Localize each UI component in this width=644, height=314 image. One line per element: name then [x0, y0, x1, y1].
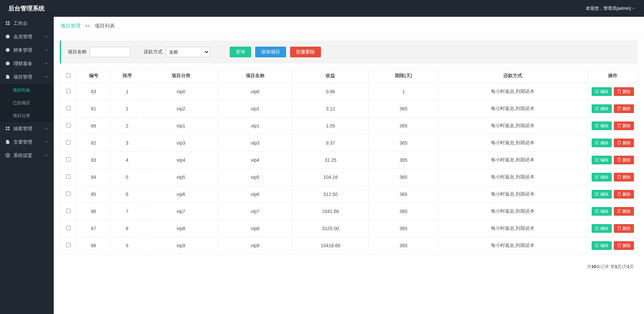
- cell-profit: 104.16: [292, 169, 369, 186]
- edit-button[interactable]: 编辑: [592, 121, 612, 130]
- delete-button[interactable]: 删除: [614, 207, 634, 216]
- edit-button[interactable]: 编辑: [592, 173, 612, 181]
- row-checkbox[interactable]: [66, 209, 71, 213]
- edit-button[interactable]: 编辑: [592, 139, 612, 147]
- breadcrumb: 项目管理 >> 项目列表: [54, 17, 644, 36]
- trash-icon: [617, 89, 621, 94]
- edit-button[interactable]: 编辑: [592, 156, 612, 164]
- trash-icon: [617, 123, 621, 128]
- cell-category: vip7: [144, 203, 218, 220]
- row-checkbox[interactable]: [66, 226, 71, 230]
- cell-name: vip4: [218, 152, 292, 169]
- table-header-cell: 项目名称: [218, 69, 292, 83]
- cell-sort: 6: [110, 186, 144, 203]
- cell-sort: 9: [110, 237, 144, 254]
- edit-button[interactable]: 编辑: [592, 241, 612, 250]
- filter-repay-select[interactable]: 全部: [166, 47, 210, 57]
- breadcrumb-module[interactable]: 项目管理: [60, 23, 81, 29]
- cell-repay: 每小时返息,到期还本: [438, 203, 587, 220]
- cell-repay: 每小时返息,到期还本: [438, 135, 587, 152]
- batch-delete-button[interactable]: 批量删除: [290, 47, 321, 57]
- dashboard-icon: [5, 21, 10, 27]
- delete-button[interactable]: 删除: [614, 173, 634, 181]
- add-project-button[interactable]: 添加项目: [255, 47, 286, 57]
- table-body: 631vip0vip00.961每小时返息,到期还本编辑删除811vip2vip…: [60, 83, 638, 254]
- cell-profit: 1.05: [292, 117, 369, 135]
- row-checkbox[interactable]: [66, 192, 71, 196]
- edit-button[interactable]: 编辑: [592, 87, 612, 96]
- trash-icon: [617, 192, 621, 197]
- svg-point-4: [6, 35, 10, 39]
- filter-name-input[interactable]: [90, 47, 130, 57]
- row-checkbox[interactable]: [66, 89, 71, 93]
- row-checkbox-cell: [60, 169, 77, 186]
- sidebar-item[interactable]: 工作台: [0, 17, 54, 30]
- edit-icon: [595, 141, 599, 146]
- sidebar-item[interactable]: 文章管理: [0, 136, 54, 149]
- delete-button[interactable]: 删除: [614, 241, 634, 250]
- row-checkbox-cell: [60, 203, 77, 220]
- edit-button[interactable]: 编辑: [592, 207, 612, 216]
- sidebar-subitem[interactable]: 已投项目: [0, 97, 54, 109]
- edit-icon: [595, 192, 599, 197]
- delete-button[interactable]: 删除: [614, 190, 634, 199]
- row-checkbox[interactable]: [66, 157, 71, 162]
- edit-button[interactable]: 编辑: [592, 104, 612, 113]
- sidebar: 工作台会员管理财务管理理财基金项目管理项目列表已投项目项目分类抽奖管理文章管理系…: [0, 17, 54, 314]
- chevron-down-icon: [44, 48, 48, 53]
- chevron-up-icon: [44, 74, 48, 80]
- sidebar-subitem[interactable]: 项目分类: [0, 109, 54, 122]
- search-button[interactable]: 查询: [230, 47, 251, 57]
- delete-button[interactable]: 删除: [614, 156, 634, 164]
- main-content: 项目管理 >> 项目列表 项目名称 还款方式 全部 查询 添加项目 批量删除 编…: [54, 17, 644, 314]
- cell-sort: 5: [110, 169, 144, 186]
- row-checkbox[interactable]: [66, 243, 71, 247]
- cell-id: 88: [77, 237, 110, 254]
- sidebar-item[interactable]: 财务管理: [0, 44, 54, 57]
- sidebar-item[interactable]: 项目管理: [0, 70, 54, 84]
- sidebar-item[interactable]: 理财基金: [0, 57, 54, 70]
- svg-point-5: [6, 48, 10, 52]
- table-wrap: 编号排序项目分类项目名称收益期限(天)还款方式操作 631vip0vip00.9…: [54, 68, 644, 260]
- row-checkbox[interactable]: [66, 140, 71, 145]
- cell-category: vip2: [144, 100, 218, 117]
- delete-button[interactable]: 删除: [614, 121, 634, 130]
- table-header-cell: 期限(天): [369, 69, 438, 83]
- cell-term: 365: [369, 203, 438, 220]
- sidebar-subitem[interactable]: 项目列表: [0, 84, 54, 97]
- cell-ops: 编辑删除: [588, 100, 638, 117]
- filter-buttons: 查询 添加项目 批量删除: [230, 47, 321, 57]
- edit-button[interactable]: 编辑: [592, 224, 612, 233]
- select-all-checkbox[interactable]: [66, 73, 71, 77]
- cell-category: vip3: [144, 135, 218, 152]
- edit-icon: [595, 123, 599, 128]
- cell-id: 81: [77, 100, 110, 117]
- user-menu[interactable]: 欢迎您， 管理员[admin]: [586, 5, 636, 11]
- edit-icon: [595, 243, 599, 248]
- delete-button[interactable]: 删除: [614, 104, 634, 113]
- paging-prefix: 共: [587, 264, 591, 269]
- cell-ops: 编辑删除: [588, 203, 638, 220]
- cell-name: vip6: [218, 186, 292, 203]
- topbar: 后台管理系统 欢迎您， 管理员[admin]: [0, 0, 644, 17]
- sidebar-item[interactable]: 系统设置: [0, 149, 54, 162]
- delete-button[interactable]: 删除: [614, 224, 634, 233]
- row-checkbox[interactable]: [66, 174, 71, 179]
- row-checkbox[interactable]: [66, 106, 71, 110]
- sidebar-item[interactable]: 抽奖管理: [0, 122, 54, 136]
- edit-button[interactable]: 编辑: [592, 190, 612, 199]
- sidebar-item[interactable]: 会员管理: [0, 30, 54, 44]
- cell-name: vip0: [218, 83, 292, 100]
- delete-button[interactable]: 删除: [614, 139, 634, 147]
- cell-ops: 编辑删除: [588, 152, 638, 169]
- fund-icon: [5, 61, 10, 67]
- chevron-down-icon: [44, 34, 48, 40]
- delete-button[interactable]: 删除: [614, 87, 634, 96]
- row-checkbox[interactable]: [66, 123, 71, 127]
- cell-category: vip9: [144, 237, 218, 254]
- cell-term: 365: [369, 220, 438, 237]
- cell-ops: 编辑删除: [588, 237, 638, 254]
- row-checkbox-cell: [60, 100, 77, 117]
- cell-profit: 10416.66: [292, 237, 369, 254]
- cell-term: 365: [369, 186, 438, 203]
